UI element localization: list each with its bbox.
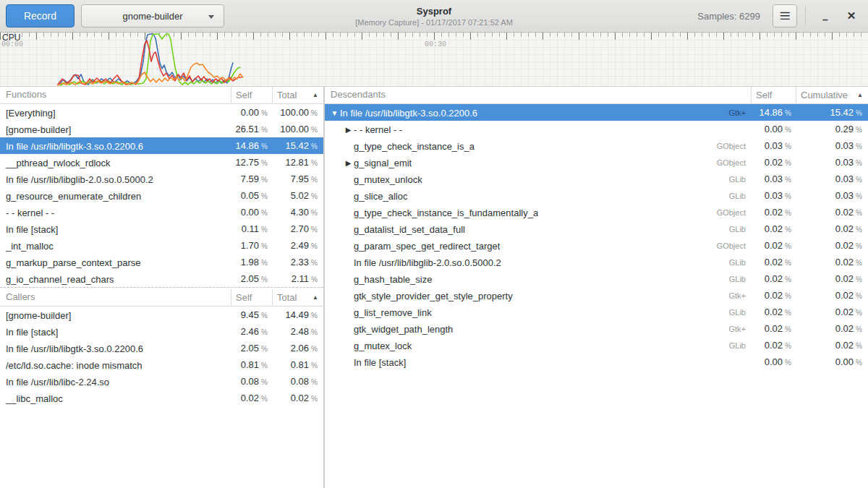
right-pane: Descendants Self Cumulative ▲ ▼In file /… [325, 87, 868, 488]
column-header-descendants[interactable]: Descendants [325, 87, 751, 103]
table-row[interactable]: g_mutex_unlockGLib0.03%0.03% [325, 171, 868, 187]
column-header-self[interactable]: Self [231, 87, 272, 103]
time-tick-mid: 00:30 [425, 40, 446, 48]
percent-number: 0.08 [291, 376, 309, 387]
table-row[interactable]: _int_malloc1.70%2.49% [0, 237, 323, 254]
column-header-self[interactable]: Self [751, 87, 796, 103]
percent-value: 2.48% [272, 323, 323, 341]
percent-value: 2.06% [272, 340, 323, 357]
function-name: /etc/ld.so.cache: inode mismatch [0, 356, 231, 374]
table-row[interactable]: In file [stack]2.46%2.48% [0, 323, 323, 340]
percent-sign: % [785, 275, 791, 283]
close-button[interactable]: ✕ [838, 3, 864, 29]
page-subtitle: [Memory Capture] - 01/17/2017 07:21:52 A… [355, 18, 513, 27]
percent-sign: % [261, 395, 268, 403]
percent-number: 0.00 [241, 207, 259, 218]
percent-sign: % [261, 275, 268, 283]
percent-number: 5.02 [291, 190, 309, 201]
table-row[interactable]: g_slice_allocGLib0.03%0.03% [325, 187, 868, 204]
table-row[interactable]: gtk_widget_path_lengthGtk+0.02%0.02% [325, 320, 868, 337]
minimize-button[interactable]: – [812, 3, 838, 29]
percent-sign: % [261, 109, 268, 117]
percent-value: 0.81% [231, 356, 272, 374]
table-row[interactable]: __libc_malloc0.02%0.02% [0, 390, 323, 406]
table-row[interactable]: g_list_remove_linkGLib0.02%0.02% [325, 304, 868, 320]
table-row[interactable]: g_io_channel_read_chars2.05%2.11% [0, 270, 323, 287]
percent-number: 2.11 [292, 273, 309, 284]
cpu-graph[interactable]: CPU 00:00 00:30 [0, 33, 868, 87]
table-row[interactable]: In file /usr/lib/libgtk-3.so.0.2200.62.0… [0, 340, 323, 356]
percent-sign: % [311, 226, 318, 234]
table-row[interactable]: In file /usr/lib/libc-2.24.so0.08%0.08% [0, 373, 323, 390]
library-tag: GLib [729, 304, 751, 321]
table-row[interactable]: g_type_check_instance_is_aGObject0.03%0.… [325, 137, 868, 154]
table-row[interactable]: In file /usr/lib/libglib-2.0.so.0.5000.2… [325, 254, 868, 270]
chevron-down-icon [208, 15, 214, 19]
percent-number: 0.02 [835, 257, 854, 267]
process-selector-label: gnome-builder [122, 11, 182, 22]
percent-value: 7.59% [231, 171, 272, 188]
table-row[interactable]: - - kernel - -0.00%4.30% [0, 204, 323, 221]
percent-number: 2.46 [241, 326, 259, 337]
table-row[interactable]: In file [stack]0.00%0.00% [325, 354, 868, 370]
percent-value: 15.42% [272, 137, 323, 155]
function-name: g_type_check_instance_is_a [354, 138, 475, 155]
expander-closed-icon[interactable]: ▶ [343, 121, 354, 138]
percent-sign: % [261, 159, 268, 167]
column-header-cumulative[interactable]: Cumulative ▲ [796, 87, 868, 103]
percent-number: 0.02 [765, 240, 783, 251]
percent-sign: % [311, 242, 318, 250]
table-row[interactable]: In file /usr/lib/libgtk-3.so.0.2200.614.… [0, 137, 323, 154]
percent-sign: % [856, 142, 862, 150]
menu-button[interactable]: ☰ [773, 4, 797, 27]
percent-value: 2.11% [272, 270, 323, 288]
table-row[interactable]: g_resource_enumerate_children0.05%5.02% [0, 187, 323, 204]
function-name: g_markup_parse_context_parse [0, 254, 231, 271]
table-row[interactable]: In file /usr/lib/libglib-2.0.so.0.5000.2… [0, 171, 323, 187]
percent-value: 0.02% [751, 270, 796, 288]
table-row[interactable]: [gnome-builder]9.45%14.49% [0, 307, 323, 323]
library-tag: GObject [717, 155, 751, 171]
percent-sign: % [261, 312, 268, 320]
table-row[interactable]: ▶g_signal_emitGObject0.02%0.03% [325, 154, 868, 171]
expander-closed-icon[interactable]: ▶ [343, 155, 354, 171]
table-row[interactable]: [Everything]0.00%100.00% [0, 104, 323, 121]
column-header-callers[interactable]: Callers [0, 289, 231, 306]
percent-sign: % [856, 325, 862, 333]
table-row[interactable]: In file [stack]0.11%2.70% [0, 221, 323, 237]
expander-open-icon[interactable]: ▼ [329, 105, 340, 121]
record-button[interactable]: Record [6, 4, 75, 27]
table-row[interactable]: ▼In file /usr/lib/libgtk-3.so.0.2200.6Gt… [325, 104, 868, 121]
percent-number: 0.03 [835, 190, 854, 201]
percent-value: 14.86% [231, 137, 272, 155]
percent-value: 100.00% [272, 104, 323, 121]
column-header-functions[interactable]: Functions [0, 87, 231, 103]
column-header-total[interactable]: Total ▲ [272, 289, 323, 306]
percent-value: 0.00% [751, 354, 796, 371]
column-header-total[interactable]: Total ▲ [272, 87, 323, 103]
table-row[interactable]: __pthread_rwlock_rdlock12.75%12.81% [0, 154, 323, 171]
percent-number: 0.02 [835, 223, 854, 234]
function-name: g_list_remove_link [354, 304, 432, 321]
percent-value: 0.02% [272, 390, 323, 407]
percent-sign: % [785, 126, 791, 134]
percent-value: 7.95% [272, 171, 323, 188]
percent-sign: % [311, 378, 318, 386]
table-row[interactable]: /etc/ld.so.cache: inode mismatch0.81%0.8… [0, 356, 323, 373]
column-header-self[interactable]: Self [231, 289, 272, 306]
function-name: In file [stack] [0, 221, 231, 238]
table-row[interactable]: g_markup_parse_context_parse1.98%2.33% [0, 254, 323, 270]
table-row[interactable]: [gnome-builder]26.51%100.00% [0, 121, 323, 137]
table-row[interactable]: g_hash_table_sizeGLib0.02%0.02% [325, 270, 868, 287]
table-row[interactable]: g_type_check_instance_is_fundamentally_a… [325, 204, 868, 221]
function-name: [gnome-builder] [0, 121, 231, 138]
table-row[interactable]: gtk_style_provider_get_style_propertyGtk… [325, 287, 868, 304]
table-row[interactable]: g_mutex_lockGLib0.02%0.02% [325, 337, 868, 354]
library-tag: GObject [717, 138, 751, 155]
table-row[interactable]: g_datalist_id_set_data_fullGLib0.02%0.02… [325, 221, 868, 237]
process-selector-dropdown[interactable]: gnome-builder [81, 4, 224, 27]
percent-value: 9.45% [231, 307, 272, 324]
table-row[interactable]: ▶- - kernel - -0.00%0.29% [325, 121, 868, 137]
descendant-name-cell: g_type_check_instance_is_aGObject [325, 137, 751, 155]
table-row[interactable]: g_param_spec_get_redirect_targetGObject0… [325, 237, 868, 254]
